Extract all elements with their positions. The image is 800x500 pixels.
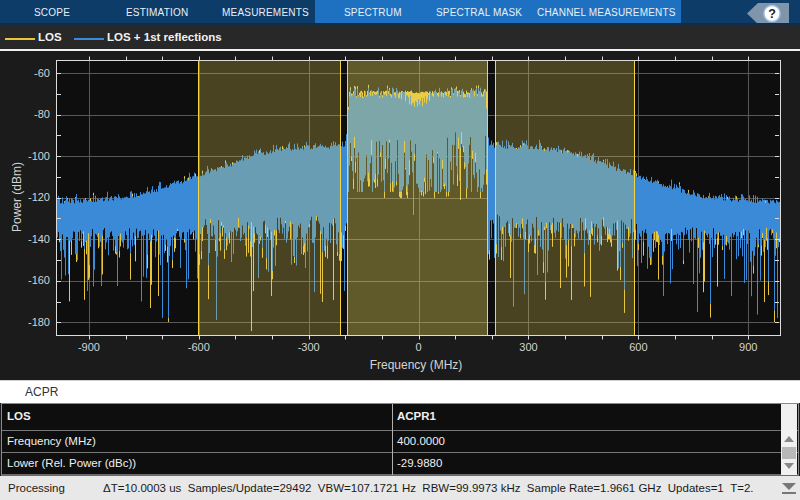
svg-text:0: 0 — [416, 341, 422, 353]
svg-text:-60: -60 — [34, 67, 50, 79]
svg-text:900: 900 — [739, 341, 757, 353]
svg-text:Power (dBm): Power (dBm) — [10, 162, 24, 232]
svg-text:300: 300 — [519, 341, 537, 353]
svg-text:-80: -80 — [34, 108, 50, 120]
svg-text:-160: -160 — [28, 274, 50, 286]
svg-text:?: ? — [768, 7, 776, 21]
svg-text:-600: -600 — [188, 341, 210, 353]
svg-text:600: 600 — [629, 341, 647, 353]
svg-text:-120: -120 — [28, 191, 50, 203]
svg-text:-300: -300 — [298, 341, 320, 353]
svg-text:Frequency (MHz): Frequency (MHz) — [370, 358, 463, 372]
svg-text:-900: -900 — [78, 341, 100, 353]
svg-text:-140: -140 — [28, 233, 50, 245]
svg-text:-100: -100 — [28, 150, 50, 162]
svg-text:-180: -180 — [28, 316, 50, 328]
